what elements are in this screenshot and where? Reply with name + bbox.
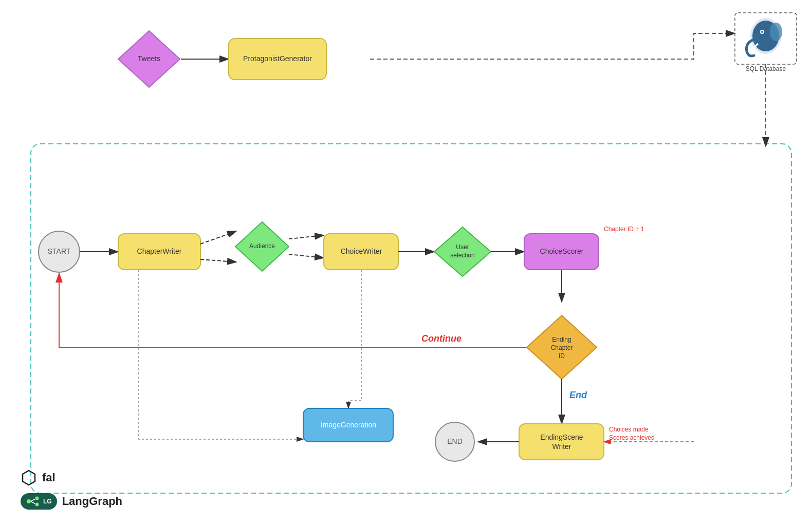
svg-point-9 bbox=[770, 23, 782, 41]
svg-marker-20 bbox=[23, 471, 35, 485]
fal-label: fal bbox=[42, 471, 56, 484]
choice-writer-node: ChoiceWriter bbox=[324, 234, 398, 270]
start-label: START bbox=[48, 247, 71, 255]
audience-node: Audience bbox=[235, 222, 289, 271]
continue-loop-arrow bbox=[59, 273, 534, 347]
sql-db-icon bbox=[746, 18, 782, 56]
main-diagram: Tweets ProtagonistGenerator SQL Database bbox=[0, 0, 812, 525]
svg-point-23 bbox=[35, 503, 39, 507]
end-label: End bbox=[569, 390, 587, 400]
ending-scene-label1: EndingScene bbox=[540, 433, 583, 441]
tweets-label: Tweets bbox=[138, 54, 160, 63]
image-gen-label: ImageGeneration bbox=[321, 421, 376, 429]
chapter-to-image-dotted bbox=[139, 270, 303, 439]
chapter-writer-node: ChapterWriter bbox=[118, 234, 200, 270]
chapter-to-audience-arrow1 bbox=[200, 231, 236, 244]
ending-scene-writer-node: EndingScene Writer bbox=[519, 424, 604, 460]
ending-chapter-id-node: Ending Chapter ID bbox=[527, 315, 597, 379]
end-label-text: END bbox=[447, 437, 463, 445]
protagonist-gen-label: ProtagonistGenerator bbox=[243, 54, 312, 63]
choice-scorer-label: ChoiceScorer bbox=[540, 247, 584, 255]
chapter-id-label: Chapter ID + 1 bbox=[604, 226, 644, 233]
end-node: END bbox=[435, 422, 474, 461]
choice-writer-label: ChoiceWriter bbox=[341, 247, 382, 255]
choices-made-label: Choices made bbox=[609, 426, 649, 433]
svg-point-21 bbox=[27, 499, 31, 503]
tweets-node: Tweets bbox=[118, 31, 180, 87]
audience-label: Audience bbox=[249, 242, 275, 250]
svg-line-25 bbox=[31, 501, 35, 504]
langgraph-label: LangGraph bbox=[62, 495, 122, 508]
chapter-writer-label: ChapterWriter bbox=[137, 247, 182, 255]
choice-to-image-dotted bbox=[348, 270, 361, 408]
audience-to-choice-arrow1 bbox=[289, 235, 324, 239]
user-selection-node: User selection bbox=[434, 227, 491, 276]
ending-chapter-id-label1: Ending bbox=[552, 336, 571, 343]
svg-point-8 bbox=[761, 31, 763, 33]
protagonist-gen-node: ProtagonistGenerator bbox=[229, 39, 326, 80]
ending-scene-label2: Writer bbox=[552, 442, 571, 451]
ending-chapter-id-label2: Chapter bbox=[551, 344, 573, 351]
scores-achieved-label: Scores achieved bbox=[609, 434, 655, 441]
main-loop-box bbox=[31, 144, 791, 493]
user-selection-label2: selection bbox=[450, 252, 474, 259]
svg-point-22 bbox=[35, 497, 39, 500]
sql-db-label: SQL Database bbox=[746, 65, 786, 72]
langgraph-icon bbox=[26, 496, 40, 507]
ending-chapter-id-label3: ID bbox=[559, 352, 565, 360]
fal-icon bbox=[21, 470, 37, 486]
fal-brand: fal bbox=[21, 470, 122, 486]
brand-area: fal LG LangGraph bbox=[21, 470, 122, 510]
diagram-container: Tweets ProtagonistGenerator SQL Database bbox=[0, 0, 812, 525]
audience-to-choice-arrow2 bbox=[289, 254, 324, 258]
langgraph-badge-label: LG bbox=[43, 498, 52, 505]
continue-label: Continue bbox=[421, 333, 462, 344]
image-gen-node: ImageGeneration bbox=[303, 408, 393, 442]
user-selection-label: User bbox=[456, 243, 469, 251]
start-node: START bbox=[39, 231, 80, 272]
langgraph-brand: LG LangGraph bbox=[21, 493, 122, 510]
protagonist-to-sql-line bbox=[370, 33, 735, 59]
choice-scorer-node: ChoiceScorer bbox=[524, 234, 599, 270]
chapter-to-audience-arrow2 bbox=[200, 259, 236, 262]
langgraph-badge: LG bbox=[21, 493, 57, 510]
svg-line-24 bbox=[31, 499, 35, 502]
